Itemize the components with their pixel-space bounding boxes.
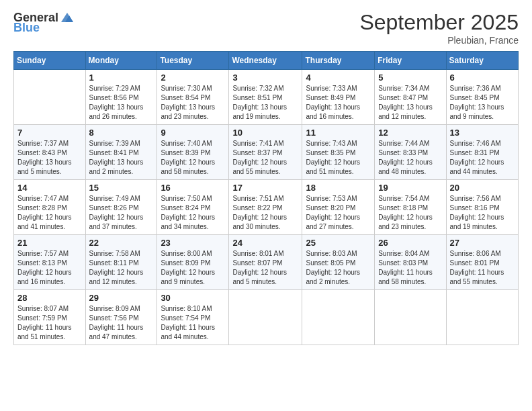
day-info: Sunrise: 7:43 AM Sunset: 8:35 PM Dayligh… [306, 139, 371, 177]
day-number: 8 [89, 128, 154, 138]
table-row: 13Sunrise: 7:46 AM Sunset: 8:31 PM Dayli… [446, 125, 518, 180]
table-row: 5Sunrise: 7:34 AM Sunset: 8:47 PM Daylig… [375, 70, 446, 125]
table-row: 3Sunrise: 7:32 AM Sunset: 8:51 PM Daylig… [229, 70, 302, 125]
day-info: Sunrise: 8:06 AM Sunset: 8:01 PM Dayligh… [450, 249, 515, 287]
day-number: 1 [89, 73, 154, 83]
day-number: 10 [232, 128, 298, 138]
logo: General Blue [13, 10, 75, 35]
table-row: 10Sunrise: 7:41 AM Sunset: 8:37 PM Dayli… [229, 125, 302, 180]
day-number: 2 [161, 73, 225, 83]
table-row: 23Sunrise: 8:00 AM Sunset: 8:09 PM Dayli… [157, 235, 229, 290]
day-number: 5 [378, 73, 442, 83]
day-info: Sunrise: 8:01 AM Sunset: 8:07 PM Dayligh… [232, 249, 298, 287]
table-row: 24Sunrise: 8:01 AM Sunset: 8:07 PM Dayli… [229, 235, 302, 290]
day-info: Sunrise: 7:54 AM Sunset: 8:18 PM Dayligh… [378, 194, 442, 232]
day-info: Sunrise: 7:36 AM Sunset: 8:45 PM Dayligh… [450, 84, 515, 122]
day-info: Sunrise: 7:34 AM Sunset: 8:47 PM Dayligh… [378, 84, 442, 122]
table-row: 28Sunrise: 8:07 AM Sunset: 7:59 PM Dayli… [14, 290, 86, 345]
day-number: 27 [450, 238, 515, 248]
day-number: 30 [161, 293, 225, 303]
table-row: 26Sunrise: 8:04 AM Sunset: 8:03 PM Dayli… [375, 235, 446, 290]
table-row [14, 70, 86, 125]
day-number: 28 [17, 293, 82, 303]
day-number: 20 [450, 183, 515, 193]
day-info: Sunrise: 7:56 AM Sunset: 8:16 PM Dayligh… [450, 194, 515, 232]
col-thursday: Thursday [302, 52, 375, 70]
calendar-week-0: 1Sunrise: 7:29 AM Sunset: 8:56 PM Daylig… [14, 70, 519, 125]
calendar-week-2: 14Sunrise: 7:47 AM Sunset: 8:28 PM Dayli… [14, 180, 519, 235]
day-info: Sunrise: 7:41 AM Sunset: 8:37 PM Dayligh… [232, 139, 298, 177]
day-info: Sunrise: 7:46 AM Sunset: 8:31 PM Dayligh… [450, 139, 515, 177]
table-row: 18Sunrise: 7:53 AM Sunset: 8:20 PM Dayli… [302, 180, 375, 235]
day-info: Sunrise: 7:37 AM Sunset: 8:43 PM Dayligh… [17, 139, 82, 177]
day-number: 14 [17, 183, 82, 193]
day-number: 29 [89, 293, 154, 303]
table-row: 25Sunrise: 8:03 AM Sunset: 8:05 PM Dayli… [302, 235, 375, 290]
header: General Blue September 2025 Pleubian, Fr… [13, 10, 519, 46]
day-number: 16 [161, 183, 225, 193]
day-info: Sunrise: 7:50 AM Sunset: 8:24 PM Dayligh… [161, 194, 225, 232]
table-row: 29Sunrise: 8:09 AM Sunset: 7:56 PM Dayli… [85, 290, 157, 345]
col-monday: Monday [85, 52, 157, 70]
day-number: 7 [17, 128, 82, 138]
table-row: 16Sunrise: 7:50 AM Sunset: 8:24 PM Dayli… [157, 180, 229, 235]
day-number: 22 [89, 238, 154, 248]
table-row: 22Sunrise: 7:58 AM Sunset: 8:11 PM Dayli… [85, 235, 157, 290]
calendar-week-1: 7Sunrise: 7:37 AM Sunset: 8:43 PM Daylig… [14, 125, 519, 180]
table-row: 27Sunrise: 8:06 AM Sunset: 8:01 PM Dayli… [446, 235, 518, 290]
day-number: 18 [306, 183, 371, 193]
day-number: 9 [161, 128, 225, 138]
page: General Blue September 2025 Pleubian, Fr… [0, 0, 532, 411]
table-row: 20Sunrise: 7:56 AM Sunset: 8:16 PM Dayli… [446, 180, 518, 235]
day-number: 26 [378, 238, 442, 248]
table-row: 6Sunrise: 7:36 AM Sunset: 8:45 PM Daylig… [446, 70, 518, 125]
day-number: 23 [161, 238, 225, 248]
table-row: 12Sunrise: 7:44 AM Sunset: 8:33 PM Dayli… [375, 125, 446, 180]
table-row [446, 290, 518, 345]
col-sunday: Sunday [14, 52, 86, 70]
table-row: 19Sunrise: 7:54 AM Sunset: 8:18 PM Dayli… [375, 180, 446, 235]
day-info: Sunrise: 8:04 AM Sunset: 8:03 PM Dayligh… [378, 249, 442, 287]
col-tuesday: Tuesday [157, 52, 229, 70]
table-row: 14Sunrise: 7:47 AM Sunset: 8:28 PM Dayli… [14, 180, 86, 235]
day-number: 24 [232, 238, 298, 248]
day-info: Sunrise: 7:29 AM Sunset: 8:56 PM Dayligh… [89, 84, 154, 122]
month-title: September 2025 [359, 10, 519, 35]
table-row: 30Sunrise: 8:10 AM Sunset: 7:54 PM Dayli… [157, 290, 229, 345]
calendar-week-3: 21Sunrise: 7:57 AM Sunset: 8:13 PM Dayli… [14, 235, 519, 290]
table-row: 8Sunrise: 7:39 AM Sunset: 8:41 PM Daylig… [85, 125, 157, 180]
title-section: September 2025 Pleubian, France [359, 10, 519, 46]
table-row: 17Sunrise: 7:51 AM Sunset: 8:22 PM Dayli… [229, 180, 302, 235]
day-number: 12 [378, 128, 442, 138]
day-number: 4 [306, 73, 371, 83]
table-row: 2Sunrise: 7:30 AM Sunset: 8:54 PM Daylig… [157, 70, 229, 125]
day-number: 13 [450, 128, 515, 138]
location: Pleubian, France [359, 35, 519, 46]
col-saturday: Saturday [446, 52, 518, 70]
table-row [375, 290, 446, 345]
table-row: 4Sunrise: 7:33 AM Sunset: 8:49 PM Daylig… [302, 70, 375, 125]
day-info: Sunrise: 7:39 AM Sunset: 8:41 PM Dayligh… [89, 139, 154, 177]
day-number: 25 [306, 238, 371, 248]
day-number: 19 [378, 183, 442, 193]
col-wednesday: Wednesday [229, 52, 302, 70]
logo-blue: Blue [13, 21, 40, 35]
day-info: Sunrise: 7:32 AM Sunset: 8:51 PM Dayligh… [232, 84, 298, 122]
day-info: Sunrise: 7:40 AM Sunset: 8:39 PM Dayligh… [161, 139, 225, 177]
day-info: Sunrise: 7:53 AM Sunset: 8:20 PM Dayligh… [306, 194, 371, 232]
day-number: 6 [450, 73, 515, 83]
calendar: Sunday Monday Tuesday Wednesday Thursday… [13, 51, 519, 345]
day-info: Sunrise: 7:51 AM Sunset: 8:22 PM Dayligh… [232, 194, 298, 232]
day-info: Sunrise: 8:03 AM Sunset: 8:05 PM Dayligh… [306, 249, 371, 287]
day-number: 15 [89, 183, 154, 193]
day-number: 3 [232, 73, 298, 83]
day-info: Sunrise: 8:09 AM Sunset: 7:56 PM Dayligh… [89, 304, 154, 342]
table-row: 21Sunrise: 7:57 AM Sunset: 8:13 PM Dayli… [14, 235, 86, 290]
table-row: 15Sunrise: 7:49 AM Sunset: 8:26 PM Dayli… [85, 180, 157, 235]
table-row: 11Sunrise: 7:43 AM Sunset: 8:35 PM Dayli… [302, 125, 375, 180]
day-info: Sunrise: 7:58 AM Sunset: 8:11 PM Dayligh… [89, 249, 154, 287]
day-info: Sunrise: 7:33 AM Sunset: 8:49 PM Dayligh… [306, 84, 371, 122]
day-info: Sunrise: 8:00 AM Sunset: 8:09 PM Dayligh… [161, 249, 225, 287]
day-info: Sunrise: 7:30 AM Sunset: 8:54 PM Dayligh… [161, 84, 225, 122]
table-row: 9Sunrise: 7:40 AM Sunset: 8:39 PM Daylig… [157, 125, 229, 180]
